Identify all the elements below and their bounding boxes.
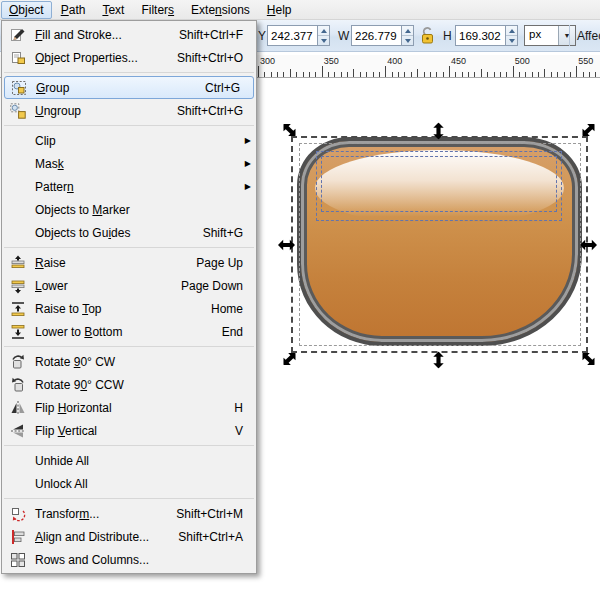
menubar-item-path[interactable]: Path xyxy=(53,1,94,19)
blank-icon xyxy=(6,202,30,218)
menu-item-transform[interactable]: Transform...Shift+Ctrl+M xyxy=(2,502,256,525)
menu-item-object-properties[interactable]: Object Properties...Shift+Ctrl+O xyxy=(2,46,256,69)
submenu-arrow-icon: ▶ xyxy=(245,136,251,145)
menu-item-label: Object Properties... xyxy=(35,51,138,65)
menu-item-label: Ungroup xyxy=(35,104,81,118)
menu-separator xyxy=(4,247,254,248)
menu-item-mask[interactable]: Mask▶ xyxy=(2,152,256,175)
menu-item-objects-to-guides[interactable]: Objects to GuidesShift+G xyxy=(2,221,256,244)
submenu-arrow-icon: ▶ xyxy=(245,182,251,191)
scale-handle-arrow[interactable] xyxy=(580,239,597,251)
menu-item-shortcut: Home xyxy=(211,302,243,316)
menu-item-unhide-all[interactable]: Unhide All xyxy=(2,449,256,472)
menu-item-pattern[interactable]: Pattern▶ xyxy=(2,175,256,198)
blank-icon xyxy=(6,156,30,172)
menubar-item-text[interactable]: Text xyxy=(94,1,132,19)
menu-item-shortcut: Shift+Ctrl+M xyxy=(176,507,243,521)
menubar-item-extensions[interactable]: Extensions xyxy=(183,1,258,19)
scale-handle-arrow[interactable] xyxy=(580,353,597,365)
menu-item-raise[interactable]: RaisePage Up xyxy=(2,251,256,274)
menu-item-label: Rows and Columns... xyxy=(35,553,149,567)
menu-item-rotate-90-cw[interactable]: Rotate 90° CW xyxy=(2,350,256,373)
menu-item-clip[interactable]: Clip▶ xyxy=(2,129,256,152)
menu-item-lower-to-bottom[interactable]: Lower to BottomEnd xyxy=(2,320,256,343)
menu-item-shortcut: Shift+G xyxy=(203,226,243,240)
transform-icon xyxy=(6,506,30,522)
object-properties-icon xyxy=(6,50,30,66)
rows-columns-icon xyxy=(6,552,30,568)
menu-item-ungroup[interactable]: UngroupShift+Ctrl+G xyxy=(2,99,256,122)
menu-item-rotate-90-ccw[interactable]: Rotate 90° CCW xyxy=(2,373,256,396)
menu-item-lower[interactable]: LowerPage Down xyxy=(2,274,256,297)
menu-item-label: Lower xyxy=(35,279,68,293)
menubar-item-help[interactable]: Help xyxy=(259,1,300,19)
menu-separator xyxy=(4,125,254,126)
menu-separator xyxy=(4,72,254,73)
menu-item-shortcut: Shift+Ctrl+A xyxy=(178,530,243,544)
inkscape-window: { "menubar": { "items": [ {"label":"Obje… xyxy=(0,0,600,600)
raise-icon xyxy=(6,255,30,271)
blank-icon xyxy=(6,476,30,492)
menu-item-label: Rotate 90° CCW xyxy=(35,378,124,392)
menu-item-objects-to-marker[interactable]: Objects to Marker xyxy=(2,198,256,221)
menu-item-shortcut: Page Down xyxy=(181,279,243,293)
menu-item-flip-vertical[interactable]: Flip VerticalV xyxy=(2,419,256,442)
fill-stroke-icon xyxy=(6,27,30,43)
menu-item-label: Unhide All xyxy=(35,454,89,468)
menu-item-group[interactable]: GroupCtrl+G xyxy=(4,76,254,99)
menu-item-label: Raise to Top xyxy=(35,302,102,316)
rotate-cw-icon xyxy=(6,354,30,370)
scale-handle-arrow[interactable] xyxy=(430,354,447,366)
menu-item-label: Clip xyxy=(35,134,56,148)
menu-item-shortcut: Page Up xyxy=(196,256,243,270)
menu-item-raise-to-top[interactable]: Raise to TopHome xyxy=(2,297,256,320)
scale-handle-arrow[interactable] xyxy=(580,124,597,136)
menu-item-shortcut: Ctrl+G xyxy=(205,81,240,95)
menu-item-label: Raise xyxy=(35,256,66,270)
menu-item-label: Fill and Stroke... xyxy=(35,28,122,42)
menu-item-flip-horizontal[interactable]: Flip HorizontalH xyxy=(2,396,256,419)
menu-item-shortcut: Shift+Ctrl+G xyxy=(177,104,243,118)
menu-separator xyxy=(4,445,254,446)
menu-item-unlock-all[interactable]: Unlock All xyxy=(2,472,256,495)
menu-item-label: Objects to Guides xyxy=(35,226,130,240)
menu-separator xyxy=(4,346,254,347)
flip-h-icon xyxy=(6,400,30,416)
menu-item-label: Transform... xyxy=(35,507,99,521)
menu-item-label: Unlock All xyxy=(35,477,88,491)
menubar: ObjectPathTextFiltersExtensionsHelp xyxy=(0,0,600,20)
rotate-ccw-icon xyxy=(6,377,30,393)
align-icon xyxy=(6,529,30,545)
object-menu: Fill and Stroke...Shift+Ctrl+FObject Pro… xyxy=(1,20,257,574)
scale-handle-arrow[interactable] xyxy=(281,353,298,365)
group-icon xyxy=(7,80,31,96)
menu-item-label: Flip Horizontal xyxy=(35,401,112,415)
menu-item-shortcut: Shift+Ctrl+O xyxy=(177,51,243,65)
menubar-item-object[interactable]: Object xyxy=(1,1,52,19)
menu-item-shortcut: H xyxy=(234,401,243,415)
menu-item-label: Pattern xyxy=(35,180,74,194)
menu-item-fill-and-stroke[interactable]: Fill and Stroke...Shift+Ctrl+F xyxy=(2,23,256,46)
child-object-bbox xyxy=(321,156,557,212)
ungroup-icon xyxy=(6,103,30,119)
scale-handle-arrow[interactable] xyxy=(278,239,295,251)
lower-icon xyxy=(6,278,30,294)
scale-handle-arrow[interactable] xyxy=(281,124,298,136)
menu-item-label: Mask xyxy=(35,157,64,171)
menu-item-shortcut: End xyxy=(222,325,243,339)
menu-item-label: Rotate 90° CW xyxy=(35,355,115,369)
raise-top-icon xyxy=(6,301,30,317)
menubar-item-filters[interactable]: Filters xyxy=(133,1,182,19)
flip-v-icon xyxy=(6,423,30,439)
scale-handle-arrow[interactable] xyxy=(430,125,447,137)
menu-item-align-and-distribute[interactable]: Align and Distribute...Shift+Ctrl+A xyxy=(2,525,256,548)
menu-item-label: Group xyxy=(36,81,69,95)
submenu-arrow-icon: ▶ xyxy=(245,159,251,168)
menu-item-rows-and-columns[interactable]: Rows and Columns... xyxy=(2,548,256,571)
blank-icon xyxy=(6,133,30,149)
lower-bottom-icon xyxy=(6,324,30,340)
menu-item-shortcut: V xyxy=(235,424,243,438)
blank-icon xyxy=(6,179,30,195)
menu-item-label: Flip Vertical xyxy=(35,424,97,438)
menu-separator xyxy=(4,498,254,499)
